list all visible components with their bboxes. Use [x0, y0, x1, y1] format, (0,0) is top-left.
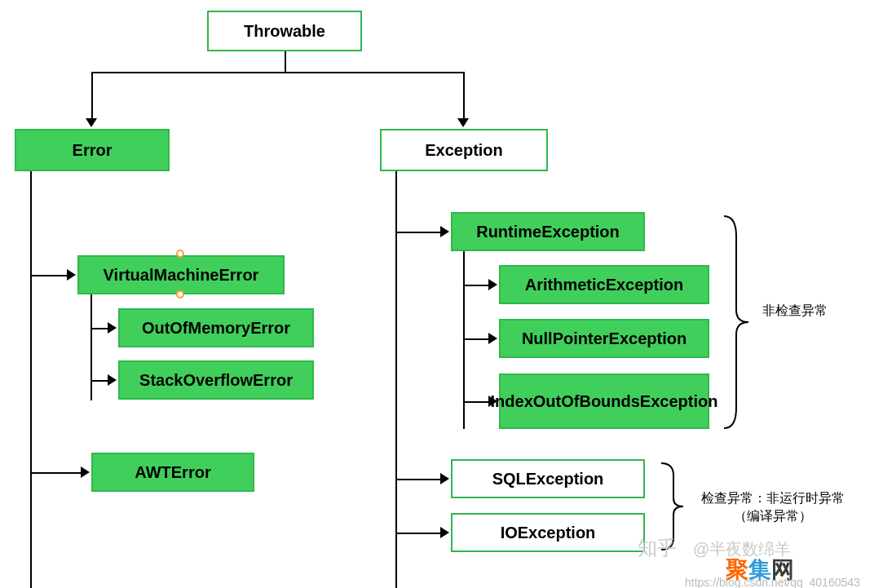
null-pointer-exception-node: NullPointerException [499, 319, 709, 358]
zhihu-logo-watermark: 知乎 [638, 535, 677, 561]
io-exception-node: IOException [451, 513, 645, 552]
handle-dot [176, 250, 184, 258]
unchecked-bracket [720, 212, 753, 432]
stack-overflow-error-node: StackOverflowError [118, 360, 314, 400]
arithmetic-exception-node: ArithmeticException [499, 265, 709, 304]
error-node: Error [15, 129, 170, 171]
checked-annotation: 检查异常：非运行时异常 （编译异常） [701, 489, 845, 526]
csdn-watermark: https://blog.csdn.net/qq_40160543 [685, 576, 860, 588]
checked-annotation-line1: 检查异常：非运行时异常 [701, 491, 845, 505]
handle-dot [176, 290, 184, 298]
exception-node: Exception [380, 129, 548, 171]
out-of-memory-error-node: OutOfMemoryError [118, 308, 314, 347]
index-out-of-bounds-exception-node: IndexOutOfBoundsException [499, 374, 709, 429]
checked-annotation-line2: （编译异常） [734, 509, 812, 523]
virtual-machine-error-node: VirtualMachineError [77, 255, 285, 294]
awt-error-node: AWTError [91, 453, 254, 492]
throwable-node: Throwable [207, 11, 362, 51]
sql-exception-node: SQLException [451, 459, 645, 498]
unchecked-annotation: 非检查异常 [762, 302, 828, 320]
runtime-exception-node: RuntimeException [451, 212, 645, 251]
